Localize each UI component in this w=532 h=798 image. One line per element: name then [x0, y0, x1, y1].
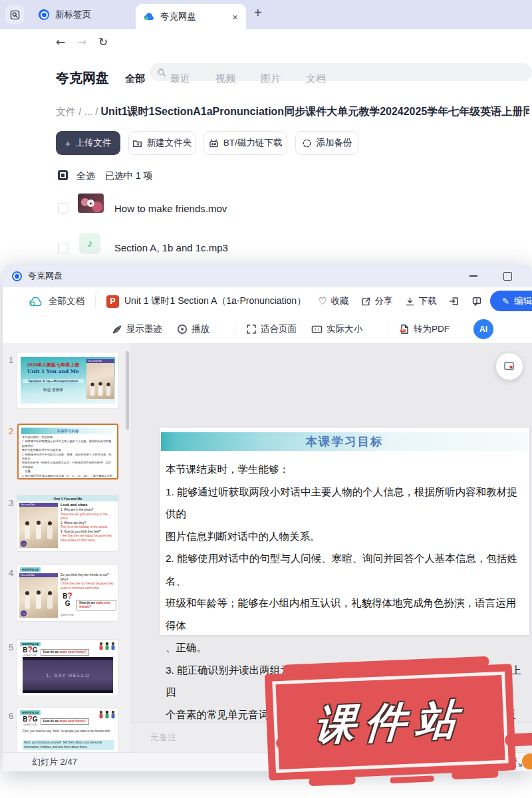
document-title: Unit 1 课时1 Section A（1a-Pronunciation） — [124, 295, 306, 307]
download-button[interactable]: 下载 — [405, 295, 437, 307]
file-checkbox[interactable] — [58, 203, 68, 213]
svg-text:PDF: PDF — [401, 329, 405, 332]
browser-tab-bar: 新标签页 夸克网盘 × + — [0, 0, 532, 29]
tab-all[interactable]: 全部 — [125, 72, 145, 85]
ink-pen-icon — [112, 324, 122, 334]
actual-size-icon: 1:1 — [311, 324, 323, 334]
section-circle: 1a — [21, 610, 27, 616]
slide-thumbnail-4[interactable]: warming up You and Me 1a Do you think th… — [17, 565, 118, 621]
save-to-drive-button[interactable] — [449, 296, 460, 307]
document-toolbar: 全部文档 P Unit 1 课时1 Section A（1a-Pronuncia… — [3, 287, 532, 316]
select-all-checkbox[interactable] — [58, 170, 68, 180]
add-backup-label: 添加备份 — [317, 137, 352, 149]
ai-assistant-button[interactable]: AI — [473, 319, 493, 339]
new-folder-label: 新建文件夹 — [147, 137, 192, 149]
breadcrumb-root[interactable]: 文件 — [56, 106, 76, 117]
share-label: 分享 — [375, 295, 393, 307]
tab-search-button[interactable] — [5, 5, 24, 24]
slide-thumbnail-6[interactable]: warming up B?G -QUESTION- How do we make… — [17, 708, 118, 752]
thumb-text-highlight: Next, you introduce yourself. Tell them … — [23, 740, 114, 750]
thumb-heading: Look and share — [61, 503, 116, 507]
audio-icon: ♪ — [79, 233, 100, 254]
slide-thumbnail-1[interactable]: 2024年人教版七年级上册 Unit 1 You and Me Section … — [17, 352, 118, 408]
question-box: How do we make new friends? — [41, 649, 89, 656]
new-folder-button[interactable]: 新建文件夹 — [128, 131, 196, 155]
all-docs-link[interactable]: 全部文档 — [49, 295, 84, 307]
close-tab-icon[interactable]: × — [232, 11, 238, 23]
plus-icon: + — [65, 138, 71, 149]
file-name[interactable]: Section A, 1b and 1c.mp3 — [114, 242, 228, 253]
play-label: 播放 — [192, 323, 209, 335]
feedback-button[interactable] — [471, 296, 482, 307]
convert-pdf-button[interactable]: PDF 转为PDF — [399, 323, 450, 335]
tab-recent[interactable]: 最近 — [170, 72, 190, 85]
slide-thumbnail-5[interactable]: warming up B?G -QUESTION- How do we make… — [17, 640, 118, 696]
float-tool-icon — [503, 361, 515, 372]
unit-tag: You and Me — [19, 503, 58, 507]
thumbnail-scrollbar[interactable] — [126, 351, 129, 430]
add-backup-button[interactable]: 添加备份 — [295, 131, 358, 155]
tab-quark-drive-active[interactable]: 夸克网盘 × — [136, 4, 246, 29]
pencil-icon: ✎ — [502, 296, 509, 307]
play-button[interactable]: 播放 — [177, 323, 209, 335]
actual-size-button[interactable]: 1:1 实际大小 — [311, 323, 362, 335]
select-all-label[interactable]: 全选 — [76, 170, 95, 182]
thumb-a: I feel that they are happy because they … — [61, 534, 116, 543]
window-title-bar: 夸克网盘 — [3, 265, 532, 287]
section-circle: 1a — [21, 541, 27, 547]
powerpoint-icon: P — [106, 295, 119, 308]
maximize-button[interactable] — [503, 272, 512, 281]
edit-button[interactable]: ✎ 编辑 — [490, 291, 532, 311]
cloud-icon — [144, 12, 155, 21]
file-name[interactable]: How to make friends.mov — [114, 203, 227, 214]
helper-bubble[interactable] — [522, 753, 532, 769]
favorite-button[interactable]: ♡ 收藏 — [318, 295, 348, 307]
minimize-button[interactable] — [469, 275, 477, 277]
tab-image[interactable]: 图片 — [261, 72, 281, 85]
thumb-q: Do you think they are friends or not? Wh… — [61, 573, 116, 582]
big-question-logo: B?G -QUESTION- — [23, 715, 38, 728]
float-tool-button[interactable] — [496, 353, 523, 380]
feedback-icon — [471, 296, 482, 307]
question-box: How do we make new friends? — [41, 718, 89, 725]
stamp-text: 课件站 — [313, 691, 467, 753]
thumb-photo: You and Me — [86, 359, 114, 399]
tab-video[interactable]: 视频 — [215, 72, 235, 85]
fit-page-button[interactable]: 适合页面 — [246, 323, 297, 335]
address-search-bar[interactable] — [150, 63, 532, 81]
kids-clipart — [98, 642, 116, 650]
new-tab-button[interactable]: + — [254, 5, 262, 21]
browser-nav-bar: ← → ↻ — [0, 29, 532, 57]
heart-icon: ♡ — [318, 295, 327, 307]
tab-doc[interactable]: 文档 — [306, 72, 326, 85]
actual-size-label: 实际大小 — [327, 323, 362, 335]
slide-thumbnail-2-selected[interactable]: 本课学习目标 本节课结束时，学生能够： 1. 能够通过听获取两段小对话中主要人物… — [17, 424, 118, 479]
bt-download-button[interactable]: BT/磁力链下载 — [203, 131, 287, 155]
thumb-header: warming up — [20, 567, 41, 572]
back-icon[interactable]: ← — [56, 35, 65, 49]
forward-icon[interactable]: → — [77, 35, 86, 49]
search-tabs-icon — [10, 10, 20, 20]
refresh-icon[interactable]: ↻ — [98, 35, 108, 49]
favorite-label: 收藏 — [331, 295, 349, 307]
quark-logo-icon — [39, 9, 49, 20]
tab-new-page[interactable]: 新标签页 — [29, 5, 100, 25]
question-box: How do we make new friends? — [76, 600, 116, 610]
file-checkbox[interactable] — [58, 243, 68, 253]
show-ink-label: 显示墨迹 — [126, 323, 162, 335]
bt-magnet-icon — [209, 138, 219, 148]
tab-label: 夸克网盘 — [160, 11, 227, 23]
search-icon — [157, 68, 166, 77]
show-ink-button[interactable]: 显示墨迹 — [112, 323, 162, 335]
slide-thumbnail-3[interactable]: Unit 1 You and Me You and Me 1a Look and… — [17, 495, 118, 551]
thumb-a: They're in the hallway of the school. — [61, 525, 116, 530]
backup-circle-icon — [302, 138, 312, 148]
thumb-subtitle: 听说-语音课 — [23, 388, 84, 392]
share-button[interactable]: 分享 — [361, 295, 393, 307]
video-thumbnail — [78, 194, 104, 213]
page-title: 夸克网盘 — [56, 69, 109, 87]
quark-logo-icon — [12, 271, 22, 281]
upload-button[interactable]: + 上传文件 — [56, 131, 120, 155]
thumb-subtitle: Section A 1a—Pronunciation — [23, 379, 84, 383]
cloud-drive-icon — [29, 297, 43, 307]
